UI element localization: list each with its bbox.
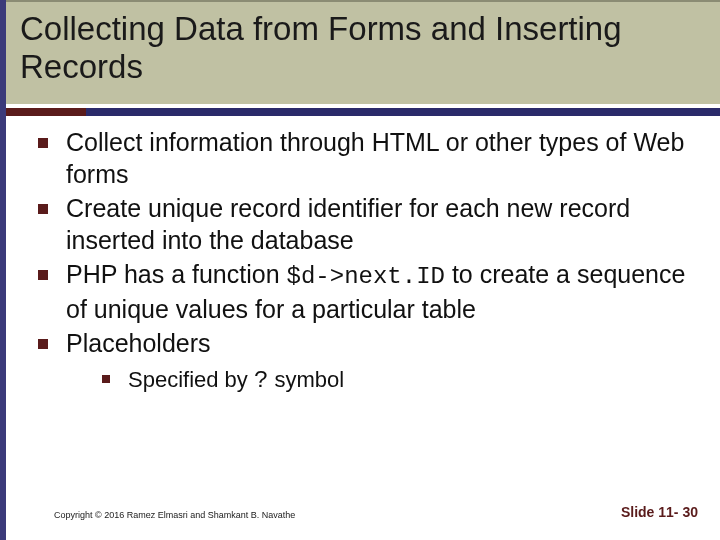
bullet-code: ? (254, 367, 268, 394)
bullet-list: Collect information through HTML or othe… (32, 126, 694, 396)
bullet-text-prefix: Specified by (128, 367, 254, 392)
slide-title: Collecting Data from Forms and Inserting… (20, 10, 706, 86)
bullet-text-suffix: symbol (268, 367, 344, 392)
list-item: Specified by ? symbol (100, 365, 694, 396)
slide: Collecting Data from Forms and Inserting… (0, 0, 720, 540)
list-item: PHP has a function $d->next.ID to create… (32, 258, 694, 325)
footer-slide-number: Slide 11- 30 (621, 504, 698, 520)
sub-bullet-list: Specified by ? symbol (66, 365, 694, 396)
title-bar: Collecting Data from Forms and Inserting… (6, 0, 720, 104)
list-item: Collect information through HTML or othe… (32, 126, 694, 190)
bullet-text: Placeholders (66, 329, 211, 357)
accent-bar (6, 108, 720, 116)
bullet-text: Collect information through HTML or othe… (66, 128, 684, 188)
bullet-text-prefix: PHP has a function (66, 260, 287, 288)
footer-copyright: Copyright © 2016 Ramez Elmasri and Shamk… (54, 510, 295, 520)
accent-segment-left (6, 108, 86, 116)
accent-segment-right (86, 108, 720, 116)
list-item: Create unique record identifier for each… (32, 192, 694, 256)
bullet-text: Create unique record identifier for each… (66, 194, 630, 254)
slide-body: Collect information through HTML or othe… (6, 116, 720, 396)
list-item: Placeholders Specified by ? symbol (32, 327, 694, 396)
bullet-code: $d->next.ID (287, 263, 445, 290)
